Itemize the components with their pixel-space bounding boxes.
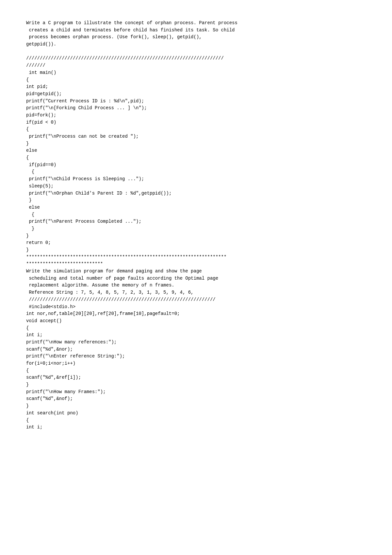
code-content: Write a C program to illustrate the conc… [26, 20, 366, 431]
